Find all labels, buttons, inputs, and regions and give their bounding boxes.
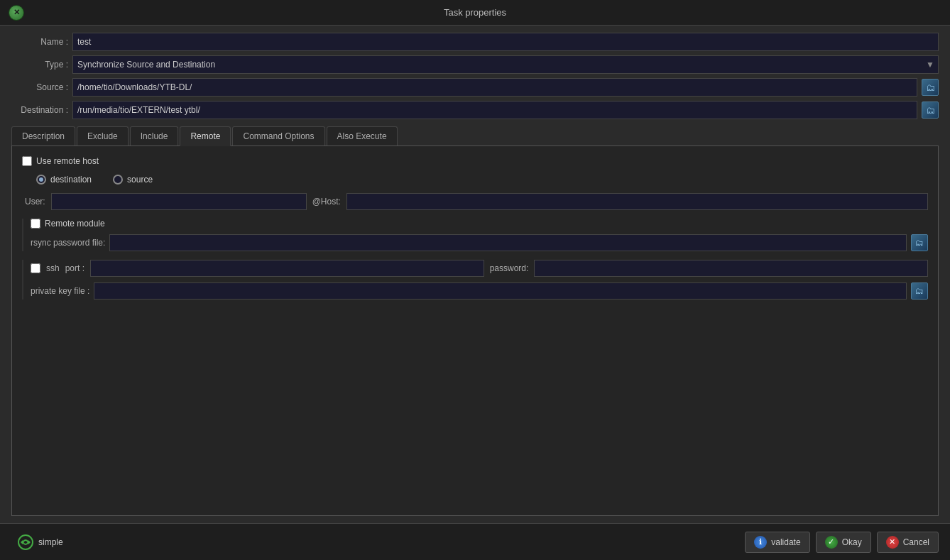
type-label: Type : xyxy=(11,60,68,70)
type-select[interactable]: Synchronize Source and Destination xyxy=(72,55,939,74)
port-input[interactable] xyxy=(90,260,484,277)
radio-group: destination source xyxy=(22,175,928,185)
destination-row: Destination : 🗂 xyxy=(11,101,939,119)
private-key-row: private key file : 🗂 xyxy=(31,282,928,300)
validate-icon: ℹ xyxy=(754,536,767,549)
okay-icon: ✓ xyxy=(825,536,838,549)
rsync-browse-icon: 🗂 xyxy=(915,238,924,248)
rsync-password-browse-button[interactable]: 🗂 xyxy=(911,234,928,251)
rsync-password-row: rsync password file: 🗂 xyxy=(31,234,928,251)
close-button[interactable] xyxy=(9,5,24,21)
destination-radio-label: destination xyxy=(50,175,92,185)
port-label: port : xyxy=(65,263,84,273)
private-key-browse-button[interactable]: 🗂 xyxy=(911,282,928,300)
destination-label: Destination : xyxy=(11,105,68,115)
rsync-password-label: rsync password file: xyxy=(31,238,105,248)
type-row: Type : Synchronize Source and Destinatio… xyxy=(11,55,939,74)
source-label: Source : xyxy=(11,82,68,92)
simple-label: simple xyxy=(38,537,63,547)
svg-marker-2 xyxy=(21,540,23,544)
private-key-label: private key file : xyxy=(31,286,89,296)
tab-remote[interactable]: Remote xyxy=(180,126,231,146)
remote-module-section: Remote module rsync password file: 🗂 xyxy=(22,219,928,251)
destination-input[interactable] xyxy=(72,101,917,119)
destination-radio[interactable] xyxy=(36,175,46,185)
tab-command-options[interactable]: Command Options xyxy=(232,126,324,146)
cancel-button[interactable]: ✕ Cancel xyxy=(877,532,939,553)
destination-radio-row: destination xyxy=(36,175,92,185)
private-key-browse-icon: 🗂 xyxy=(915,286,924,296)
validate-label: validate xyxy=(771,537,800,547)
host-input[interactable] xyxy=(346,193,928,210)
source-radio-row: source xyxy=(113,175,153,185)
tab-panel: Description Exclude Include Remote Comma… xyxy=(11,123,939,516)
name-row: Name : xyxy=(11,33,939,51)
simple-button[interactable]: simple xyxy=(11,531,69,554)
destination-browse-icon: 🗂 xyxy=(926,105,935,116)
ssh-section: ssh port : password: private key file : … xyxy=(22,260,928,300)
name-input[interactable] xyxy=(72,33,939,51)
name-label: Name : xyxy=(11,37,68,47)
ssh-label: ssh xyxy=(46,263,60,273)
source-radio-label: source xyxy=(127,175,153,185)
source-radio[interactable] xyxy=(113,175,123,185)
tab-include[interactable]: Include xyxy=(130,126,179,146)
user-label: User: xyxy=(25,197,45,207)
source-row: Source : 🗂 xyxy=(11,78,939,97)
private-key-input[interactable] xyxy=(94,282,907,300)
svg-marker-1 xyxy=(28,540,31,544)
window-title: Task properties xyxy=(444,7,506,18)
use-remote-host-row: Use remote host xyxy=(22,156,928,166)
cancel-label: Cancel xyxy=(903,537,929,547)
main-content: Name : Type : Synchronize Source and Des… xyxy=(0,26,950,523)
okay-button[interactable]: ✓ Okay xyxy=(816,532,871,553)
source-input[interactable] xyxy=(72,78,917,97)
tab-exclude[interactable]: Exclude xyxy=(77,126,129,146)
title-bar: Task properties xyxy=(0,0,950,26)
password-input[interactable] xyxy=(534,260,928,277)
password-label: password: xyxy=(490,263,529,273)
bottom-bar: simple ℹ validate ✓ Okay ✕ Cancel xyxy=(0,523,950,560)
destination-browse-button[interactable]: 🗂 xyxy=(922,101,939,119)
use-remote-host-checkbox[interactable] xyxy=(22,156,32,166)
ssh-checkbox[interactable] xyxy=(31,263,40,273)
remote-module-label: Remote module xyxy=(45,219,105,229)
tabs-bar: Description Exclude Include Remote Comma… xyxy=(11,126,939,146)
sync-icon xyxy=(17,534,34,551)
rsync-password-input[interactable] xyxy=(109,234,907,251)
source-browse-icon: 🗂 xyxy=(926,82,935,93)
tab-also-execute[interactable]: Also Execute xyxy=(327,126,398,146)
validate-button[interactable]: ℹ validate xyxy=(745,532,809,553)
remote-tab-content: Use remote host destination source User:… xyxy=(11,146,939,516)
tab-description[interactable]: Description xyxy=(11,126,75,146)
remote-module-checkbox[interactable] xyxy=(31,219,40,229)
action-buttons: ℹ validate ✓ Okay ✕ Cancel xyxy=(745,532,939,553)
use-remote-host-label: Use remote host xyxy=(36,156,99,166)
cancel-icon: ✕ xyxy=(886,536,899,549)
host-label: @Host: xyxy=(312,197,341,207)
remote-module-row: Remote module xyxy=(31,219,928,229)
source-browse-button[interactable]: 🗂 xyxy=(922,79,939,96)
okay-label: Okay xyxy=(842,537,862,547)
user-input[interactable] xyxy=(51,193,307,210)
type-dropdown-wrapper: Synchronize Source and Destination ▼ xyxy=(72,55,939,74)
user-host-row: User: @Host: xyxy=(22,193,928,210)
ssh-row: ssh port : password: xyxy=(31,260,928,277)
